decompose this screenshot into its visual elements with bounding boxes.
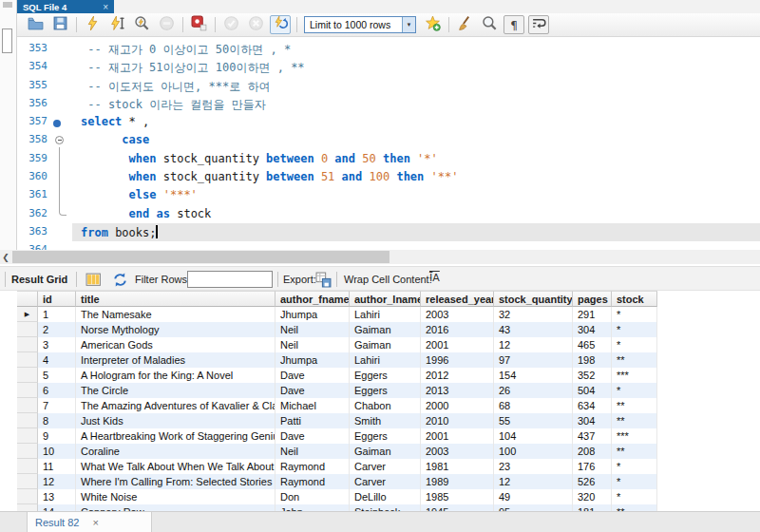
editor-line-364[interactable]: 364	[17, 241, 760, 250]
column-header-title[interactable]: title	[76, 291, 276, 307]
editor-line-363[interactable]: 363from books;	[17, 223, 760, 241]
cell-title[interactable]: A Hologram for the King: A Novel	[76, 368, 276, 383]
cell-author_fname[interactable]: Patti	[276, 413, 350, 428]
row-selector[interactable]	[17, 444, 38, 459]
cell-stock_quantity[interactable]: 68	[494, 398, 573, 413]
column-header-released_year[interactable]: released_year	[421, 291, 494, 307]
editor-line-355[interactable]: 355 -- 이도저도 아니면, ***로 하여	[17, 77, 760, 95]
invisibles-button[interactable]: ¶	[504, 15, 524, 34]
cell-author_fname[interactable]: Michael	[276, 398, 350, 413]
cell-stock[interactable]: **	[612, 352, 657, 368]
cell-title[interactable]: The Circle	[76, 383, 276, 398]
table-row[interactable]: 11What We Talk About When We Talk About …	[17, 459, 658, 474]
cell-pages[interactable]: 304	[573, 322, 612, 337]
close-tab-icon[interactable]: ×	[103, 2, 108, 12]
cell-id[interactable]: 12	[38, 474, 76, 489]
table-row[interactable]: 8Just KidsPattiSmith201055304**	[17, 413, 658, 428]
cell-pages[interactable]: 320	[573, 489, 612, 504]
cell-title[interactable]: Interpreter of Maladies	[76, 352, 276, 368]
cell-author_lname[interactable]: Gaiman	[350, 444, 421, 459]
cell-pages[interactable]: 304	[573, 413, 612, 428]
cell-stock_quantity[interactable]: 23	[494, 459, 573, 474]
cell-released_year[interactable]: 2000	[421, 398, 494, 413]
cell-stock_quantity[interactable]: 154	[494, 368, 573, 383]
cell-id[interactable]: 1	[38, 307, 76, 322]
editor-line-354[interactable]: 354 -- 재고가 51이상이고 100이하면 , **	[17, 58, 760, 76]
cell-author_lname[interactable]: Lahiri	[350, 307, 421, 322]
row-selector[interactable]	[17, 474, 38, 489]
table-row[interactable]: 3American GodsNeilGaiman200112465*	[17, 337, 658, 352]
cell-released_year[interactable]: 2003	[421, 444, 494, 459]
row-selector[interactable]	[17, 337, 38, 352]
cell-stock[interactable]: *	[612, 459, 657, 474]
cell-released_year[interactable]: 1996	[421, 352, 494, 368]
cell-author_lname[interactable]: Eggers	[350, 383, 421, 398]
cell-id[interactable]: 4	[38, 352, 76, 368]
cell-released_year[interactable]: 2001	[421, 428, 494, 444]
cell-released_year[interactable]: 2016	[421, 322, 494, 337]
editor-line-360[interactable]: 360 when stock_quantity between 51 and 1…	[17, 168, 760, 186]
refresh-icon[interactable]	[112, 272, 128, 290]
cell-title[interactable]: Cannery Row	[76, 504, 276, 511]
cell-id[interactable]: 14	[38, 504, 76, 511]
cell-stock[interactable]: *	[612, 337, 657, 352]
cell-id[interactable]: 7	[38, 398, 76, 413]
wrap-content-icon[interactable]: ĪA	[429, 272, 440, 284]
editor-line-359[interactable]: 359 when stock_quantity between 0 and 50…	[17, 150, 760, 168]
row-selector[interactable]	[17, 398, 38, 413]
cell-id[interactable]: 3	[38, 337, 76, 352]
cell-title[interactable]: What We Talk About When We Talk About ..…	[76, 459, 276, 474]
cell-author_lname[interactable]: Carver	[350, 474, 421, 489]
cell-author_fname[interactable]: Raymond	[276, 459, 350, 474]
cell-pages[interactable]: 526	[573, 474, 612, 489]
result-grid[interactable]: idtitleauthor_fnameauthor_lnamereleased_…	[17, 291, 658, 511]
cell-stock[interactable]: *	[612, 322, 657, 337]
cell-title[interactable]: The Amazing Adventures of Kavalier & Cla…	[76, 398, 276, 413]
cell-stock_quantity[interactable]: 97	[494, 352, 573, 368]
wrap-text-button[interactable]	[528, 15, 549, 34]
cell-stock[interactable]: **	[612, 413, 657, 428]
cell-id[interactable]: 8	[38, 413, 76, 428]
cell-pages[interactable]: 437	[573, 428, 612, 444]
cell-author_lname[interactable]: Gaiman	[350, 322, 421, 337]
column-header-stock_quantity[interactable]: stock_quantity	[494, 291, 573, 307]
row-selector[interactable]: ▶	[17, 307, 38, 322]
row-selector[interactable]	[17, 428, 38, 444]
editor-line-362[interactable]: 362 end as stock	[17, 205, 760, 223]
cell-author_fname[interactable]: Jhumpa	[276, 307, 350, 322]
cell-released_year[interactable]: 2003	[421, 307, 494, 322]
rollback-button[interactable]	[245, 15, 266, 34]
row-selector[interactable]	[17, 383, 38, 398]
tab-result[interactable]: Result 82 ×	[27, 512, 152, 532]
cell-title[interactable]: Coraline	[76, 444, 276, 459]
cell-stock[interactable]: **	[612, 398, 657, 413]
row-selector-header[interactable]	[17, 291, 38, 307]
cell-author_lname[interactable]: Gaiman	[350, 337, 421, 352]
result-grid-icon[interactable]	[86, 272, 102, 290]
cell-title[interactable]: White Noise	[76, 489, 276, 504]
scroll-left-arrow-icon[interactable]: ❮	[0, 250, 11, 264]
cell-title[interactable]: Where I'm Calling From: Selected Stories	[76, 474, 276, 489]
column-header-author_lname[interactable]: author_lname	[350, 291, 421, 307]
cell-id[interactable]: 5	[38, 368, 76, 383]
cell-stock[interactable]: **	[612, 444, 657, 459]
cell-stock[interactable]: *	[612, 474, 657, 489]
table-row[interactable]: 4Interpreter of MaladiesJhumpaLahiri1996…	[17, 352, 658, 368]
cell-pages[interactable]: 176	[573, 459, 612, 474]
cell-author_fname[interactable]: Dave	[276, 383, 350, 398]
cell-author_lname[interactable]: DeLillo	[350, 489, 421, 504]
editor-line-358[interactable]: 358 case	[17, 131, 760, 149]
filter-rows-input[interactable]	[187, 271, 273, 288]
cell-stock_quantity[interactable]: 26	[494, 383, 573, 398]
table-row[interactable]: 7The Amazing Adventures of Kavalier & Cl…	[17, 398, 658, 413]
cell-released_year[interactable]: 2013	[421, 383, 494, 398]
cell-stock[interactable]: *	[612, 383, 657, 398]
cell-author_lname[interactable]: Eggers	[350, 368, 421, 383]
cell-stock[interactable]: ***	[612, 368, 657, 383]
sql-editor[interactable]: 353 -- 재고가 0 이상이고 50이하면 , *354 -- 재고가 51…	[17, 37, 760, 250]
table-row[interactable]: 13White NoiseDonDeLillo198549320*	[17, 489, 658, 504]
table-row[interactable]: 2Norse MythologyNeilGaiman201643304*	[17, 322, 658, 337]
cell-author_lname[interactable]: Steinbeck	[350, 504, 421, 511]
chevron-down-icon[interactable]: ▼	[402, 17, 415, 32]
cell-pages[interactable]: 465	[573, 337, 612, 352]
